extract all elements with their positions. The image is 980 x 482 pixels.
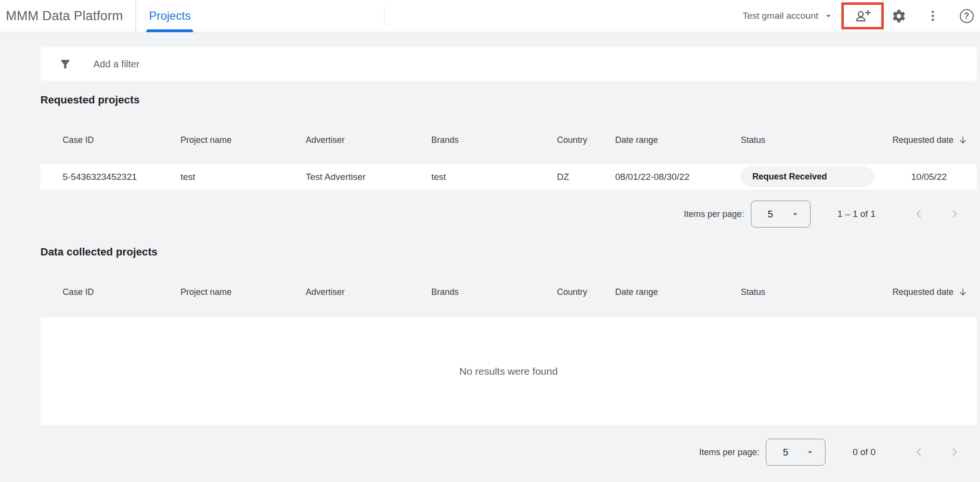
previous-page-button[interactable] [912, 207, 926, 221]
column-header-date-range[interactable]: Date range [615, 135, 741, 145]
filter-placeholder: Add a filter [93, 59, 140, 70]
column-header-brands[interactable]: Brands [431, 135, 557, 145]
header-divider-2 [384, 6, 385, 25]
page-size-select[interactable]: 5 [766, 439, 825, 466]
pagination-range: 1 – 1 of 1 [838, 209, 876, 219]
pagination-range: 0 of 0 [852, 447, 876, 457]
person-add-icon [854, 9, 871, 23]
header-divider [135, 0, 136, 32]
app-title: MMM Data Platform [0, 9, 123, 24]
help-icon: ? [960, 9, 974, 23]
table-row[interactable]: 5-5436323452321 test Test Advertiser tes… [40, 164, 977, 190]
requested-projects-pagination: Items per page: 5 1 – 1 of 1 [40, 200, 977, 228]
tab-projects[interactable]: Projects [148, 0, 192, 32]
cell-case-id: 5-5436323452321 [63, 172, 181, 182]
column-header-requested-date[interactable]: Requested date [884, 287, 968, 297]
cell-brands: test [431, 172, 557, 182]
cell-advertiser: Test Advertiser [306, 172, 431, 182]
chevron-right-icon [948, 208, 961, 220]
column-header-project-name[interactable]: Project name [181, 135, 306, 145]
filter-bar[interactable]: Add a filter [40, 47, 977, 81]
column-header-status[interactable]: Status [741, 135, 884, 145]
requested-projects-header-row: Case ID Project name Advertiser Brands C… [40, 128, 977, 152]
help-button[interactable]: ? [956, 5, 977, 26]
add-user-button[interactable] [852, 5, 873, 26]
data-collected-projects-title: Data collected projects [40, 246, 977, 258]
chevron-right-icon [948, 446, 961, 458]
gear-icon [891, 9, 906, 24]
column-header-advertiser[interactable]: Advertiser [306, 135, 431, 145]
header-actions: Test gmail account [742, 2, 980, 29]
items-per-page-label: Items per page: [699, 447, 759, 457]
cell-country: DZ [557, 172, 615, 182]
page-size-value: 5 [768, 209, 773, 220]
empty-results-area: No results were found [40, 317, 977, 425]
sort-desc-icon [958, 287, 968, 297]
chevron-down-icon [805, 447, 815, 457]
page-size-select[interactable]: 5 [751, 201, 811, 228]
next-page-button[interactable] [948, 445, 961, 459]
chevron-left-icon [913, 208, 925, 220]
status-badge: Request Received [741, 166, 874, 187]
cell-date-range: 08/01/22-08/30/22 [615, 172, 741, 182]
column-header-requested-date-label: Requested date [892, 287, 954, 297]
column-header-brands[interactable]: Brands [431, 287, 557, 297]
filter-funnel-icon [59, 58, 72, 71]
more-options-button[interactable] [922, 5, 943, 26]
column-header-case-id[interactable]: Case ID [63, 287, 181, 297]
active-tab-indicator [146, 29, 193, 32]
chevron-down-icon [823, 11, 834, 21]
data-collected-header-row: Case ID Project name Advertiser Brands C… [40, 280, 977, 304]
cell-requested-date: 10/05/22 [884, 172, 968, 182]
column-header-advertiser[interactable]: Advertiser [306, 287, 431, 297]
page-size-value: 5 [783, 447, 788, 458]
tab-projects-label: Projects [149, 9, 191, 23]
data-collected-pagination: Items per page: 5 0 of 0 [40, 438, 977, 466]
account-label: Test gmail account [743, 11, 818, 21]
next-page-button[interactable] [948, 207, 961, 221]
cell-status: Request Received [741, 166, 884, 187]
app-header: MMM Data Platform Projects Test gmail ac… [0, 0, 980, 32]
column-header-country[interactable]: Country [557, 287, 615, 297]
column-header-case-id[interactable]: Case ID [63, 135, 181, 145]
column-header-date-range[interactable]: Date range [615, 287, 741, 297]
account-switcher[interactable]: Test gmail account [742, 7, 835, 25]
chevron-left-icon [913, 446, 925, 458]
empty-results-message: No results were found [459, 366, 557, 377]
main-content: Add a filter Requested projects Case ID … [0, 32, 980, 466]
items-per-page-label: Items per page: [684, 209, 744, 219]
chevron-down-icon [790, 209, 800, 219]
previous-page-button[interactable] [912, 445, 926, 459]
column-header-requested-date[interactable]: Requested date [884, 135, 968, 145]
column-header-project-name[interactable]: Project name [181, 287, 306, 297]
requested-projects-title: Requested projects [40, 94, 977, 106]
settings-button[interactable] [888, 5, 909, 26]
annotation-highlight-box [841, 2, 884, 29]
cell-project-name: test [181, 172, 306, 182]
column-header-status[interactable]: Status [741, 287, 884, 297]
column-header-country[interactable]: Country [557, 135, 615, 145]
sort-desc-icon [958, 135, 968, 145]
column-header-requested-date-label: Requested date [892, 135, 954, 145]
more-vertical-icon [926, 9, 940, 23]
